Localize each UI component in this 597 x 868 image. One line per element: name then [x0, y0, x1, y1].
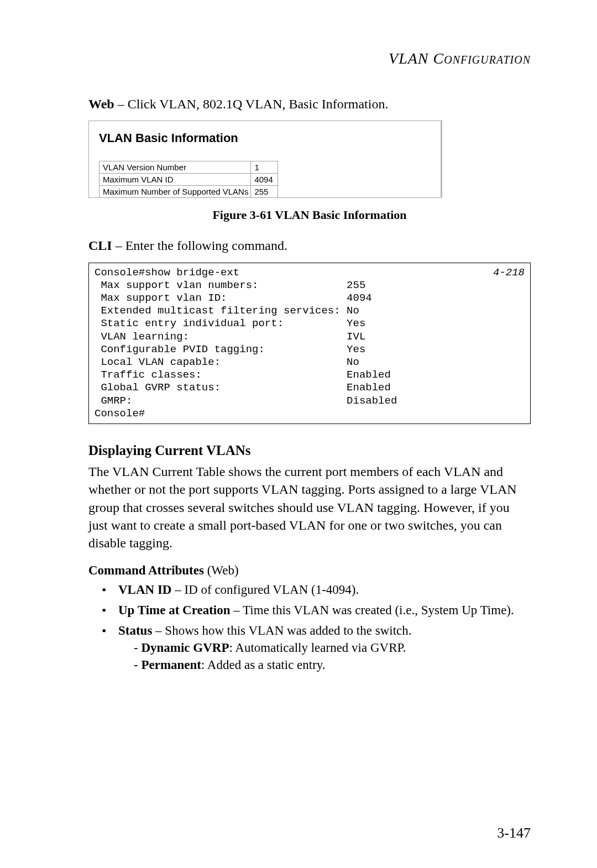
attributes-list: VLAN ID – ID of configured VLAN (1-4094)… [88, 581, 531, 673]
attributes-heading: Command Attributes (Web) [88, 563, 531, 578]
cell-value: 1 [251, 161, 278, 174]
table-row: VLAN Version Number 1 [100, 161, 278, 174]
section-heading: Displaying Current VLANs [88, 443, 531, 458]
cell-label: Maximum VLAN ID [100, 174, 251, 186]
running-header: VLAN Configuration [88, 50, 531, 67]
web-text: – Click VLAN, 802.1Q VLAN, Basic Informa… [114, 97, 389, 111]
cli-output-text: Console#show bridge-ext Max support vlan… [95, 266, 397, 420]
attributes-heading-rest: (Web) [204, 563, 239, 577]
ui-info-table: VLAN Version Number 1 Maximum VLAN ID 40… [99, 161, 278, 198]
table-row: Maximum Number of Supported VLANs 255 [100, 186, 278, 198]
attr-term: Status [118, 624, 152, 637]
attr-desc: – Shows how this VLAN was added to the s… [152, 624, 411, 637]
sub-desc: : Automatically learned via GVRP. [229, 641, 406, 655]
cli-output-block: 4-218Console#show bridge-ext Max support… [88, 263, 531, 424]
ui-screenshot-panel: VLAN Basic Information VLAN Version Numb… [88, 121, 442, 198]
web-label: Web [88, 97, 114, 111]
cell-label: VLAN Version Number [100, 161, 251, 174]
cell-value: 255 [251, 186, 278, 198]
cell-value: 4094 [251, 174, 278, 186]
sub-term: Dynamic GVRP [141, 641, 229, 655]
attributes-heading-strong: Command Attributes [88, 563, 204, 577]
web-instruction: Web – Click VLAN, 802.1Q VLAN, Basic Inf… [88, 95, 531, 113]
cli-label: CLI [88, 238, 112, 253]
section-body: The VLAN Current Table shows the current… [88, 463, 531, 552]
sub-item: - Permanent: Added as a static entry. [118, 656, 531, 673]
sub-term: Permanent [141, 658, 201, 672]
list-item: Status – Shows how this VLAN was added t… [102, 622, 531, 673]
figure-caption: Figure 3-61 VLAN Basic Information [88, 208, 531, 222]
cell-label: Maximum Number of Supported VLANs [100, 186, 251, 198]
cli-text: – Enter the following command. [112, 238, 287, 253]
attr-desc: – ID of configured VLAN (1-4094). [171, 583, 359, 597]
sub-desc: : Added as a static entry. [201, 658, 326, 672]
sub-item: - Dynamic GVRP: Automatically learned vi… [118, 639, 531, 656]
list-item: VLAN ID – ID of configured VLAN (1-4094)… [102, 581, 531, 598]
list-item: Up Time at Creation – Time this VLAN was… [102, 602, 531, 619]
ui-panel-title: VLAN Basic Information [99, 131, 432, 145]
attr-term: Up Time at Creation [118, 603, 231, 617]
cli-reference: 4-218 [493, 266, 525, 279]
page-container: VLAN Configuration Web – Click VLAN, 802… [0, 0, 597, 868]
table-row: Maximum VLAN ID 4094 [100, 174, 278, 186]
page-number: 3-147 [497, 825, 531, 841]
attr-desc: – Time this VLAN was created (i.e., Syst… [231, 603, 514, 617]
attr-term: VLAN ID [118, 583, 171, 597]
cli-instruction: CLI – Enter the following command. [88, 237, 531, 254]
